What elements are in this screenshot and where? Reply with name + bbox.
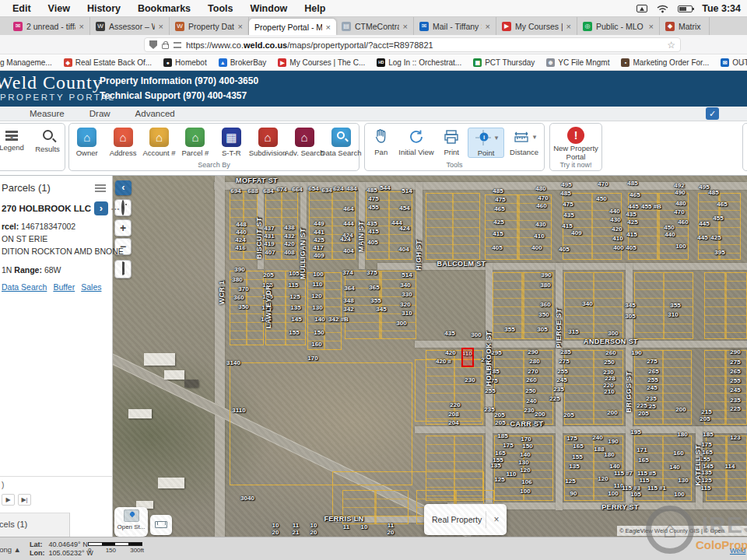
bookmarks-overflow-icon[interactable]: ›: [742, 57, 745, 68]
lock-icon[interactable]: [162, 44, 169, 49]
address-button[interactable]: ⌂Address: [105, 128, 140, 157]
nav-item-advanced[interactable]: Advanced: [135, 109, 175, 118]
nav-item-measure[interactable]: Measure: [30, 109, 65, 118]
selected-parcel-highlight[interactable]: [461, 348, 474, 367]
link-buffer[interactable]: Buffer: [53, 282, 75, 292]
toolbar-group-tools: Pan Initial View Print i ▾ Point ▾: [364, 123, 545, 171]
street-label: MAIN ST: [357, 221, 365, 252]
weld-link[interactable]: Weld: [730, 547, 745, 555]
distance-dropdown-icon[interactable]: ▾: [533, 133, 537, 141]
bookmark-item[interactable]: ▪Marketing Order For...: [621, 58, 709, 67]
scale-icon: [155, 521, 167, 528]
owner-button[interactable]: ⌂Owner: [69, 128, 104, 157]
parcel-label: 10: [272, 522, 279, 529]
wifi-icon[interactable]: [657, 4, 668, 13]
next-page-button[interactable]: ▶: [2, 494, 15, 506]
panel-menu-icon[interactable]: [95, 184, 106, 186]
s-t-r-button[interactable]: ▦S-T-R: [214, 128, 249, 157]
tab-close-icon[interactable]: ×: [566, 22, 571, 31]
more-options-icon[interactable]: •••: [111, 205, 120, 212]
menu-edit[interactable]: Edit: [12, 3, 31, 14]
parcel-label: 484: [346, 185, 356, 192]
last-page-button[interactable]: ▶|: [18, 494, 31, 506]
browser-tab[interactable]: ◆Matrix: [660, 17, 710, 35]
display-mirroring-icon[interactable]: [637, 5, 647, 12]
bookmark-item[interactable]: ▶My Courses | The C...: [278, 58, 365, 67]
popup-close-icon[interactable]: ×: [486, 514, 507, 525]
browser-tab[interactable]: WProperty Data Sea×: [170, 17, 249, 35]
parcel-label: 100: [674, 491, 684, 498]
menu-window[interactable]: Window: [250, 3, 287, 14]
tracking-shield-icon[interactable]: [149, 40, 157, 49]
open-streetview-button[interactable]: Open St...: [114, 507, 148, 537]
distance-button[interactable]: ▾ Distance: [504, 128, 544, 156]
tab-close-icon[interactable]: ×: [238, 22, 243, 31]
account--button[interactable]: ⌂Account #: [142, 128, 177, 157]
browser-tab[interactable]: ✉2 unread - tiffanys×: [8, 17, 90, 35]
parcel--button[interactable]: ⌂Parcel #: [177, 128, 212, 157]
url-text[interactable]: https://www.co.weld.co.us/maps/propertyp…: [186, 40, 662, 50]
point-button[interactable]: i ▾ Point: [468, 128, 504, 158]
browser-tab[interactable]: WAssessor – Weld C×: [90, 17, 170, 35]
initial-view-button[interactable]: Initial View: [397, 128, 435, 156]
bookmark-item[interactable]: ▲BrokerBay: [219, 58, 267, 67]
new-property-portal-button[interactable]: ! New Property Portal: [550, 124, 601, 162]
browser-tab[interactable]: ✉Mail - Tiffany Sand×: [414, 17, 496, 35]
link-data-search[interactable]: Data Search: [2, 282, 47, 292]
tab-close-icon[interactable]: ×: [326, 23, 331, 32]
bookmark-item[interactable]: ▦PCT Thursday: [473, 58, 535, 67]
tab-close-icon[interactable]: ×: [486, 22, 490, 31]
tab-close-icon[interactable]: ×: [79, 22, 84, 31]
bookmarks-map-button[interactable]: [114, 260, 132, 278]
street-label: BISCUIT ST: [255, 217, 263, 259]
menu-view[interactable]: View: [48, 3, 70, 14]
link-sales[interactable]: Sales: [81, 282, 101, 292]
bookmark-item[interactable]: HDLog In :: Orchestrat...: [377, 58, 461, 67]
url-bar[interactable]: https://www.co.weld.co.us/maps/propertyp…: [144, 37, 681, 52]
browser-tab[interactable]: ▶My Courses | The×: [496, 17, 577, 35]
menu-bookmarks[interactable]: Bookmarks: [138, 3, 191, 14]
legend-button[interactable]: ▾ Legend: [0, 128, 29, 152]
menu-tools[interactable]: Tools: [208, 3, 233, 14]
tab-close-icon[interactable]: ×: [159, 22, 163, 31]
map-canvas[interactable]: 6946886846746646546346244844855445144754…: [113, 176, 747, 537]
bookmark-item[interactable]: ◆Real Estate Back Of...: [64, 58, 152, 67]
permissions-icon[interactable]: [174, 42, 181, 48]
browser-tab[interactable]: ◎Public - MLO Testi×: [577, 17, 660, 35]
parcel-label: 634: [321, 187, 331, 194]
go-to-parcel-button[interactable]: ›: [94, 201, 108, 215]
browser-tab[interactable]: Property Portal - Map×: [249, 19, 336, 35]
bookmark-item[interactable]: ●Homebot: [163, 58, 207, 67]
parcel-label: 185: [497, 432, 507, 439]
bookmark-favicon: ✉: [721, 58, 729, 67]
menu-help[interactable]: Help: [304, 3, 325, 14]
parcel-label: 125: [494, 476, 504, 483]
bookmark-label: YC File Mngmt: [558, 58, 609, 67]
scale-tool-button[interactable]: [150, 515, 172, 535]
latlong-toggle[interactable]: Lat/Long ▲: [0, 545, 21, 554]
pan-button[interactable]: Pan: [365, 128, 397, 156]
bookmark-star-icon[interactable]: ☆: [667, 40, 675, 51]
parcel-label: 215: [701, 408, 711, 415]
menu-checkbox[interactable]: [706, 107, 719, 120]
results-button[interactable]: Results: [30, 128, 65, 153]
parcel-label: 342 #B: [328, 316, 349, 323]
parcel-label: 295: [491, 349, 501, 356]
bookmark-item[interactable]: g Manageme...: [0, 58, 52, 67]
point-dropdown-icon[interactable]: ▾: [495, 134, 499, 142]
browser-tab[interactable]: ▤CTMeContracts.co×: [336, 17, 414, 35]
bookmark-item[interactable]: ⊕YC File Mngmt: [546, 58, 609, 67]
parcel-label: 115 #5: [637, 470, 656, 477]
zoom-in-button[interactable]: +: [114, 219, 132, 236]
subdivision-button[interactable]: ⌂Subdivision: [250, 128, 286, 157]
tab-favicon: ◆: [665, 22, 675, 31]
data-search-button[interactable]: Data Search: [323, 128, 359, 157]
panel-collapse-button[interactable]: ‹: [115, 180, 132, 195]
menu-history[interactable]: History: [87, 3, 121, 14]
tab-close-icon[interactable]: ×: [649, 22, 654, 31]
adv-search-button[interactable]: ⌂Adv. Search: [286, 128, 322, 157]
parcels-bottom-tab[interactable]: Parcels (1): [0, 513, 70, 537]
tab-close-icon[interactable]: ×: [403, 22, 408, 31]
nav-item-draw[interactable]: Draw: [89, 109, 110, 118]
print-button[interactable]: Print: [435, 128, 467, 156]
